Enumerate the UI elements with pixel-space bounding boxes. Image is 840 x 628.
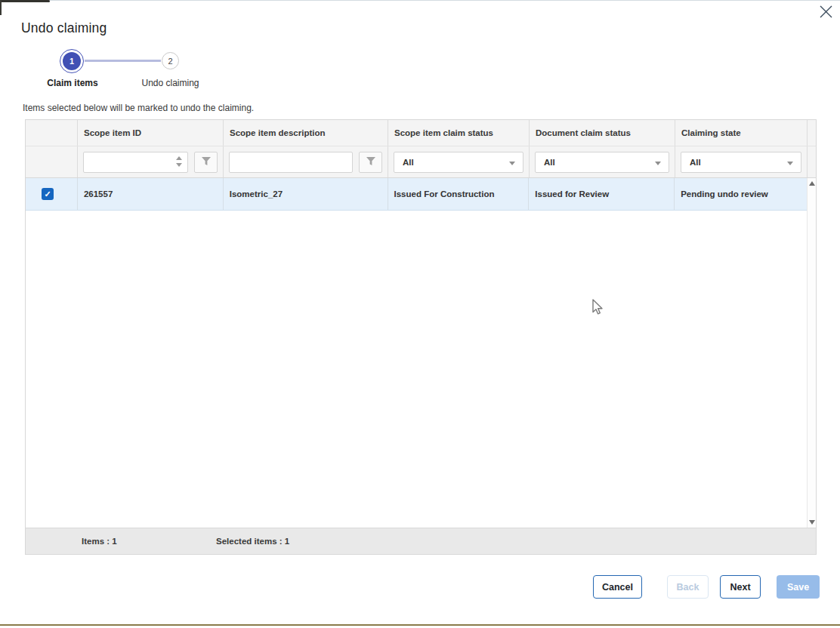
- document-claim-status-dropdown[interactable]: All: [535, 152, 669, 173]
- chevron-down-icon: [509, 162, 515, 165]
- table-body: ✓ 261557 Isometric_27 Issued For Constru…: [26, 178, 816, 528]
- chevron-down-icon: [787, 162, 793, 165]
- items-count: Items : 1: [82, 528, 117, 554]
- background-window-edge: [0, 0, 50, 2]
- cell-scope-item-description: Isometric_27: [224, 178, 388, 210]
- dropdown-selected-value: All: [536, 158, 555, 167]
- dropdown-selected-value: All: [681, 158, 701, 167]
- page-title: Undo claiming: [21, 20, 107, 36]
- scope-item-claim-status-dropdown[interactable]: All: [394, 152, 523, 173]
- cell-document-claim-status: Issued for Review: [529, 178, 675, 210]
- save-button[interactable]: Save: [777, 575, 820, 599]
- filter-cell-scope-item-claim-status: All: [388, 146, 530, 177]
- scope-item-id-filter-button[interactable]: [194, 152, 218, 173]
- table-row[interactable]: ✓ 261557 Isometric_27 Issued For Constru…: [26, 178, 807, 211]
- cell-scope-item-id: 261557: [78, 178, 224, 210]
- chevron-down-icon: [655, 162, 661, 165]
- header-claiming-state[interactable]: Claiming state: [675, 120, 808, 146]
- spinner-up-icon[interactable]: [176, 156, 182, 160]
- filter-checkbox-column: [26, 146, 78, 177]
- filter-cell-document-claim-status: All: [530, 146, 675, 177]
- header-scope-item-claim-status[interactable]: Scope item claim status: [388, 120, 530, 146]
- filter-icon: [366, 155, 376, 169]
- header-scrollbar-spacer: [808, 120, 816, 146]
- filter-scrollbar-spacer: [808, 146, 816, 177]
- vertical-scrollbar[interactable]: [807, 178, 816, 528]
- step-2-label: Undo claiming: [138, 78, 202, 88]
- back-button[interactable]: Back: [667, 575, 709, 599]
- close-icon: [819, 5, 833, 21]
- header-document-claim-status[interactable]: Document claim status: [530, 120, 675, 146]
- close-button[interactable]: [817, 4, 835, 22]
- dropdown-selected-value: All: [394, 158, 414, 167]
- row-checkbox-cell: ✓: [26, 178, 78, 210]
- filter-cell-scope-item-description: [224, 146, 388, 177]
- check-icon: ✓: [44, 189, 51, 199]
- spinner-down-icon[interactable]: [176, 163, 182, 167]
- step-1-label: Claim items: [43, 78, 102, 88]
- instruction-text: Items selected below will be marked to u…: [23, 103, 254, 113]
- scroll-down-icon[interactable]: [809, 520, 815, 525]
- scope-item-description-filter-input[interactable]: [229, 152, 353, 173]
- selected-items-count: Selected items : 1: [216, 528, 289, 554]
- scope-item-id-filter-input[interactable]: [83, 152, 188, 173]
- cell-scope-item-claim-status: Issued For Construction: [388, 178, 530, 210]
- table-footer: Items : 1 Selected items : 1: [26, 528, 816, 554]
- number-spinner[interactable]: [176, 156, 182, 167]
- step-2-indicator[interactable]: 2: [162, 52, 179, 69]
- filter-cell-claiming-state: All: [675, 146, 808, 177]
- table-filter-row: All All All: [26, 146, 816, 178]
- scope-item-description-filter-button[interactable]: [359, 152, 382, 173]
- step-1-number: 1: [63, 52, 81, 70]
- step-1-indicator[interactable]: 1: [60, 49, 84, 73]
- header-scope-item-id[interactable]: Scope item ID: [78, 120, 224, 146]
- claiming-state-dropdown[interactable]: All: [681, 152, 801, 173]
- filter-icon: [201, 155, 212, 169]
- filter-cell-scope-item-id: [78, 146, 224, 177]
- next-button[interactable]: Next: [720, 575, 761, 599]
- header-scope-item-description[interactable]: Scope item description: [224, 120, 388, 146]
- window-bottom-border: [0, 624, 840, 626]
- step-connector: [85, 60, 161, 62]
- window-top-border: [0, 0, 840, 1]
- background-window-edge-left: [0, 0, 2, 15]
- claim-items-table: Scope item ID Scope item description Sco…: [25, 119, 817, 555]
- scroll-up-icon[interactable]: [809, 181, 815, 186]
- row-checkbox[interactable]: ✓: [42, 188, 54, 200]
- cancel-button[interactable]: Cancel: [593, 575, 642, 599]
- table-header-row: Scope item ID Scope item description Sco…: [26, 120, 816, 146]
- undo-claiming-dialog: Undo claiming 1 2 Claim items Undo claim…: [0, 0, 840, 628]
- cell-claiming-state: Pending undo review: [675, 178, 807, 210]
- header-checkbox-column: [26, 120, 78, 146]
